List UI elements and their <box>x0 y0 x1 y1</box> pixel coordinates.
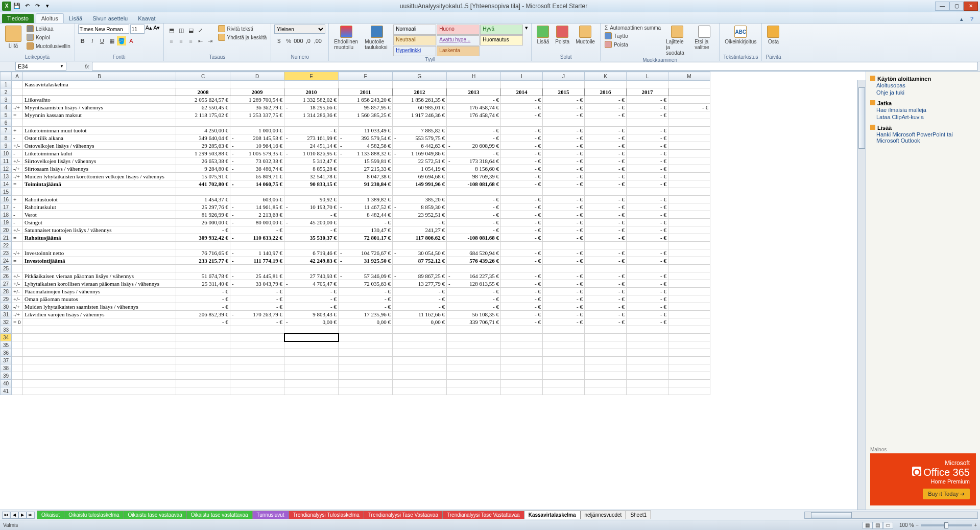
cell[interactable]: Siirtosaam lisäys / vähennys <box>23 165 176 173</box>
cell[interactable]: 51 674,78 € <box>176 272 230 280</box>
styles-more-icon[interactable]: ▾ <box>525 25 528 31</box>
cell[interactable] <box>12 349 23 357</box>
cell[interactable]: - € <box>543 150 585 157</box>
cell[interactable]: - € <box>627 127 668 134</box>
cell[interactable] <box>501 119 543 127</box>
cell[interactable]: 2013 <box>447 88 501 96</box>
cell[interactable] <box>668 157 710 165</box>
cell[interactable]: 25 297,76 € <box>176 203 230 211</box>
cell[interactable]: - € <box>543 111 585 119</box>
cell[interactable]: 8 156,60 € <box>447 165 501 173</box>
cell[interactable] <box>668 219 710 226</box>
cell[interactable] <box>627 119 668 127</box>
font-size-select[interactable] <box>130 25 145 34</box>
cell[interactable]: - € <box>393 303 447 311</box>
align-top-icon[interactable]: ⬒ <box>167 26 176 35</box>
cell[interactable] <box>447 119 501 127</box>
row-header-39[interactable]: 39 <box>1 372 12 380</box>
cell[interactable]: +/- <box>12 226 23 234</box>
cell[interactable]: -1 140,97 € <box>230 249 284 257</box>
cell[interactable]: - € <box>627 311 668 318</box>
cell[interactable]: - € <box>543 142 585 150</box>
row-header-41[interactable]: 41 <box>1 387 12 395</box>
cell[interactable]: - € <box>543 196 585 203</box>
cell[interactable]: - € <box>627 226 668 234</box>
cell[interactable]: - € <box>393 219 447 226</box>
cell[interactable]: Investoinnit netto <box>23 249 176 257</box>
cell[interactable] <box>585 119 627 127</box>
insert-cells-button[interactable]: Lisää <box>535 25 551 45</box>
cell[interactable] <box>23 349 176 357</box>
cell[interactable]: Lyhytaikaisen korollisen vieraan pääoman… <box>23 280 176 288</box>
cell[interactable]: 24 451,14 € <box>284 142 339 150</box>
align-center-icon[interactable]: ≡ <box>177 36 186 45</box>
cell[interactable] <box>668 111 710 119</box>
cell[interactable]: 72 035,63 € <box>339 280 393 288</box>
cell[interactable] <box>176 265 230 272</box>
cell[interactable]: - € <box>627 234 668 242</box>
cell[interactable]: 90,92 € <box>284 196 339 203</box>
zoom-level[interactable]: 100 % <box>899 522 914 528</box>
row-header-4[interactable]: 4 <box>1 104 12 111</box>
cell[interactable]: Toimintajäämä <box>23 180 176 188</box>
cell[interactable]: - € <box>543 272 585 280</box>
cell[interactable] <box>447 334 501 341</box>
cell[interactable] <box>176 242 230 249</box>
cell[interactable] <box>668 142 710 150</box>
cell[interactable]: 684 520,94 € <box>447 249 501 257</box>
cell[interactable] <box>668 88 710 96</box>
cell[interactable]: - € <box>447 303 501 311</box>
cell[interactable]: Liiketoiminnan kulut <box>23 150 176 157</box>
cell[interactable]: Kassavirtalaskelma <box>23 81 176 88</box>
cell[interactable]: = <box>12 180 23 188</box>
cell[interactable]: 95 857,95 € <box>339 104 393 111</box>
cell[interactable] <box>393 349 447 357</box>
cell[interactable]: -30 054,50 € <box>393 249 447 257</box>
save-icon[interactable]: 💾 <box>12 2 21 11</box>
cell[interactable]: -20 608,99 € <box>447 142 501 150</box>
cell[interactable]: - € <box>284 211 339 219</box>
wrap-text-button[interactable]: Rivitä teksti <box>217 25 268 33</box>
row-header-3[interactable]: 3 <box>1 96 12 104</box>
cell[interactable] <box>23 357 176 364</box>
cell[interactable]: 1 289 700,54 € <box>230 96 284 104</box>
cell[interactable] <box>501 341 543 349</box>
cell[interactable]: - € <box>393 288 447 295</box>
underline-button[interactable]: U <box>98 36 107 45</box>
cell[interactable] <box>585 349 627 357</box>
namebox-dropdown-icon[interactable]: ▼ <box>60 64 64 68</box>
cell[interactable]: - € <box>543 280 585 288</box>
cell[interactable] <box>339 349 393 357</box>
cell[interactable]: - € <box>585 219 627 226</box>
cell[interactable]: - € <box>585 288 627 295</box>
cell[interactable] <box>23 119 176 127</box>
sheet-tab[interactable]: Trendianalyysi Tase Vastattavaa <box>442 511 524 519</box>
row-header-21[interactable]: 21 <box>1 234 12 242</box>
cell[interactable]: - € <box>543 234 585 242</box>
cell[interactable] <box>339 341 393 349</box>
cell[interactable]: Rahoitusjäämä <box>23 234 176 242</box>
cell[interactable]: 27 215,33 € <box>339 165 393 173</box>
minimize-button[interactable]: — <box>935 2 949 11</box>
cell[interactable]: -4 582,56 € <box>339 142 393 150</box>
cell[interactable]: 76 716,65 € <box>176 249 230 257</box>
cell[interactable]: 69 694,68 € <box>393 173 447 180</box>
cell[interactable] <box>230 380 284 387</box>
cell[interactable] <box>393 326 447 334</box>
border-button[interactable]: ▦ <box>107 36 116 45</box>
cell[interactable]: -1 169 049,86 € <box>393 150 447 157</box>
cell[interactable]: - € <box>501 196 543 203</box>
cell[interactable]: - € <box>627 104 668 111</box>
cell[interactable] <box>668 81 710 88</box>
cell[interactable]: - € <box>543 127 585 134</box>
cell[interactable] <box>543 265 585 272</box>
cell[interactable] <box>447 188 501 196</box>
cell[interactable]: +/- <box>12 142 23 150</box>
cell[interactable] <box>230 265 284 272</box>
col-header-F[interactable]: F <box>339 72 393 81</box>
cell[interactable]: -108 081,68 € <box>447 234 501 242</box>
cell[interactable]: 1 299 503,88 € <box>176 150 230 157</box>
cell[interactable] <box>543 364 585 372</box>
cell[interactable] <box>176 387 230 395</box>
cell[interactable]: - € <box>501 249 543 257</box>
